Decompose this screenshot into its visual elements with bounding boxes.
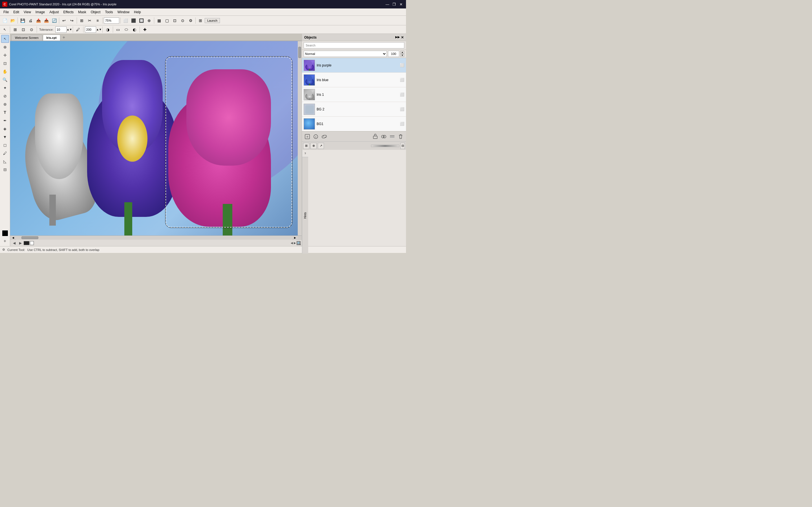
expand-panel-button[interactable]: ▶▶ xyxy=(395,36,400,40)
mask-tool[interactable]: ⊕ xyxy=(1,43,9,51)
pan-tool[interactable]: ✋ xyxy=(1,68,9,75)
v-scroll-thumb[interactable] xyxy=(298,47,301,58)
select-btn2[interactable]: ▢ xyxy=(163,17,170,24)
menu-adjust[interactable]: Adjust xyxy=(47,9,61,15)
menu-window[interactable]: Window xyxy=(115,9,132,15)
h-scroll-right[interactable]: ▶ xyxy=(292,236,298,239)
h-scroll-track[interactable] xyxy=(16,236,292,240)
mask-mode1[interactable]: ⊞ xyxy=(11,26,19,33)
new-button[interactable]: 📄 xyxy=(1,17,8,24)
opacity-input[interactable] xyxy=(388,51,399,57)
minimize-button[interactable]: — xyxy=(385,1,390,7)
zoom-button[interactable]: 🔍 xyxy=(297,241,301,245)
layer-visibility-icon-bg1[interactable]: ⬜ xyxy=(400,122,404,126)
add-tab-button[interactable]: + xyxy=(61,34,67,41)
obj-nav-2[interactable]: ⊕ xyxy=(310,143,317,149)
fill-tool[interactable]: ▼ xyxy=(1,133,9,141)
add-icon[interactable]: ✚ xyxy=(141,26,149,33)
rect-mask[interactable]: ▭ xyxy=(114,26,122,33)
undo-button[interactable]: ↩ xyxy=(60,17,68,24)
menu-image[interactable]: Image xyxy=(33,9,47,15)
brightness-slider[interactable] xyxy=(371,145,399,147)
add-tool-btn[interactable]: + xyxy=(1,237,9,245)
opacity-down[interactable]: ▼ xyxy=(400,54,404,57)
combine-objects[interactable]: + xyxy=(380,133,388,140)
fg-color[interactable] xyxy=(2,230,8,236)
crop-tool[interactable]: ⊡ xyxy=(1,59,9,67)
checkbox-checker[interactable]: ⊟ xyxy=(1,166,9,173)
select-btn4[interactable]: ⊙ xyxy=(179,17,186,24)
link-object-button[interactable] xyxy=(320,133,328,140)
open-button[interactable]: 📂 xyxy=(9,17,16,24)
menu-view[interactable]: View xyxy=(21,9,33,15)
welcome-tab[interactable]: Welcome Screen xyxy=(11,35,42,41)
mask-mode2[interactable]: ⊡ xyxy=(20,26,27,33)
menu-object[interactable]: Object xyxy=(89,9,103,15)
layer-visibility-icon-bg2[interactable]: ⬜ xyxy=(400,107,404,111)
layer-visibility-icon-blue[interactable]: ⬜ xyxy=(400,78,404,82)
close-panel-button[interactable]: ✕ xyxy=(401,36,404,40)
crop-button[interactable]: ✂ xyxy=(86,17,93,24)
nav-prev[interactable]: ◀ xyxy=(11,240,17,246)
layer-visibility-icon-1[interactable]: ⬜ xyxy=(400,93,404,97)
view-btn3[interactable]: 🔲 xyxy=(138,17,145,24)
layer-bg2[interactable]: BG 2 ⬜ xyxy=(302,102,406,117)
transform-tool[interactable]: ✛ xyxy=(1,51,9,59)
mask-mode3[interactable]: ⊙ xyxy=(28,26,35,33)
export3-button[interactable]: 🔄 xyxy=(50,17,58,24)
restore-button[interactable]: ❐ xyxy=(391,1,397,7)
export-button[interactable]: 📤 xyxy=(35,17,42,24)
menu-tools[interactable]: Tools xyxy=(103,9,115,15)
nav-next[interactable]: ▶ xyxy=(17,240,23,246)
select-btn3[interactable]: ⊡ xyxy=(171,17,179,24)
layer-iris-1[interactable]: Iris 1 ⬜ xyxy=(302,87,406,102)
layer-iris-blue[interactable]: Iris blue ⬜ xyxy=(302,73,406,87)
brush-mask[interactable]: ◐ xyxy=(131,26,138,33)
redo-button[interactable]: ↪ xyxy=(68,17,75,24)
zoom-input[interactable] xyxy=(104,17,119,24)
view-btn1[interactable]: ⬜ xyxy=(122,17,129,24)
tolerance-input[interactable] xyxy=(55,26,66,33)
clone-tool[interactable]: ⊘ xyxy=(1,92,9,100)
hints-side-tab[interactable]: Hints xyxy=(302,157,308,253)
menu-effects[interactable]: Effects xyxy=(61,9,76,15)
objects-search-input[interactable] xyxy=(304,42,404,48)
color-preview[interactable] xyxy=(24,241,29,245)
layer-bg1[interactable]: BG1 ⬜ xyxy=(302,117,406,131)
file-tab[interactable]: Iris.cpt xyxy=(43,35,60,41)
paint-tool[interactable]: ✒ xyxy=(1,117,9,124)
smart-select-tool[interactable]: ↖ xyxy=(1,35,9,43)
eraser-tool[interactable]: ◻ xyxy=(1,141,9,149)
print-button[interactable]: 🖨 xyxy=(27,17,34,24)
save-button[interactable]: 💾 xyxy=(19,17,26,24)
text-tool[interactable]: T xyxy=(1,108,9,116)
settings-button[interactable]: ⚙ xyxy=(187,17,194,24)
effect-tool[interactable]: ◈ xyxy=(1,125,9,133)
oval-mask[interactable]: ⬭ xyxy=(123,26,130,33)
launch-button[interactable]: Launch xyxy=(205,18,220,23)
obj-nav-3[interactable]: ↗ xyxy=(318,143,324,149)
add-object-button[interactable]: + xyxy=(304,133,311,140)
tolerance-spinner-up[interactable]: ▲▼ xyxy=(67,26,71,33)
transform-button[interactable]: ⊞ xyxy=(78,17,86,24)
select-btn1[interactable]: ▦ xyxy=(155,17,163,24)
export2-button[interactable]: 📥 xyxy=(43,17,50,24)
blend-mode-select[interactable]: Normal Multiply Screen Overlay xyxy=(304,51,387,57)
menu-mask[interactable]: Mask xyxy=(76,9,89,15)
feather-spinner[interactable]: ▲▼ xyxy=(97,26,101,33)
line-tool[interactable]: ◺ xyxy=(1,158,9,165)
snap-button[interactable]: ⊞ xyxy=(197,17,204,24)
h-scroll-left[interactable]: ◀ xyxy=(10,236,16,239)
menu-help[interactable]: Help xyxy=(132,9,143,15)
vertical-scrollbar[interactable] xyxy=(298,41,302,235)
view-btn4[interactable]: ⊕ xyxy=(146,17,153,24)
close-button[interactable]: ✕ xyxy=(398,1,404,7)
retouch-tool[interactable]: ⊛ xyxy=(1,100,9,108)
opacity-up[interactable]: ▲ xyxy=(400,51,404,54)
expand-button[interactable]: ? xyxy=(302,150,308,157)
nav-arrows-right[interactable]: ◀ ▶ xyxy=(291,241,296,244)
view-btn2[interactable]: ⬛ xyxy=(130,17,137,24)
eyedrop-tool[interactable]: 🖊 xyxy=(1,149,9,157)
menu-file[interactable]: File xyxy=(1,9,11,15)
align-button[interactable]: ≡ xyxy=(94,17,101,24)
